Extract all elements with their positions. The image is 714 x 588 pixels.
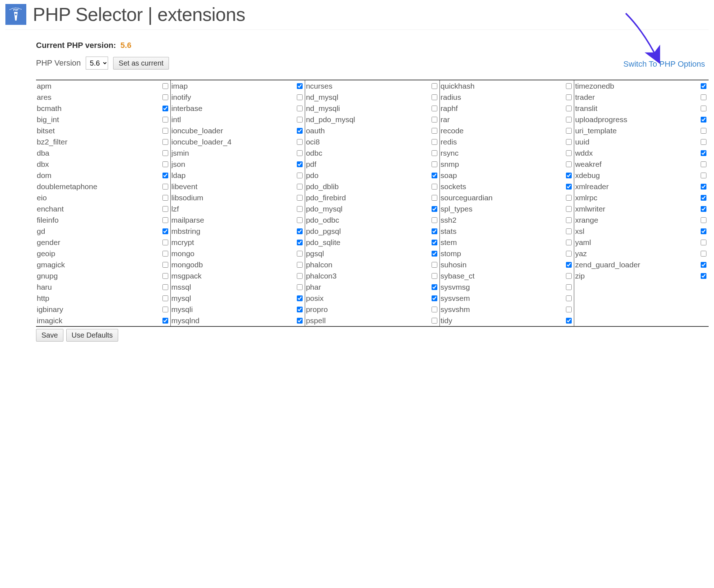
- extension-checkbox[interactable]: [297, 307, 303, 312]
- extension-checkbox[interactable]: [701, 106, 706, 111]
- extension-checkbox[interactable]: [701, 251, 706, 257]
- extension-checkbox[interactable]: [566, 228, 572, 234]
- extension-checkbox[interactable]: [162, 150, 168, 156]
- extension-checkbox[interactable]: [566, 307, 572, 312]
- extension-checkbox[interactable]: [297, 318, 303, 324]
- extension-checkbox[interactable]: [566, 173, 572, 178]
- extension-checkbox[interactable]: [297, 128, 303, 134]
- extension-checkbox[interactable]: [566, 251, 572, 257]
- extension-checkbox[interactable]: [162, 161, 168, 167]
- extension-checkbox[interactable]: [701, 173, 706, 178]
- extension-checkbox[interactable]: [162, 94, 168, 100]
- extension-checkbox[interactable]: [162, 217, 168, 223]
- extension-checkbox[interactable]: [432, 217, 437, 223]
- extension-checkbox[interactable]: [297, 284, 303, 290]
- extension-checkbox[interactable]: [701, 117, 706, 122]
- extension-checkbox[interactable]: [566, 83, 572, 89]
- extension-checkbox[interactable]: [297, 94, 303, 100]
- extension-checkbox[interactable]: [701, 128, 706, 134]
- extension-checkbox[interactable]: [162, 295, 168, 301]
- extension-checkbox[interactable]: [297, 106, 303, 111]
- extension-checkbox[interactable]: [297, 295, 303, 301]
- extension-checkbox[interactable]: [162, 173, 168, 178]
- extension-checkbox[interactable]: [566, 262, 572, 268]
- extension-checkbox[interactable]: [701, 94, 706, 100]
- extension-checkbox[interactable]: [297, 217, 303, 223]
- extension-checkbox[interactable]: [297, 184, 303, 190]
- extension-checkbox[interactable]: [162, 262, 168, 268]
- extension-checkbox[interactable]: [297, 240, 303, 245]
- extension-checkbox[interactable]: [432, 284, 437, 290]
- extension-checkbox[interactable]: [432, 295, 437, 301]
- extension-checkbox[interactable]: [297, 251, 303, 257]
- extension-checkbox[interactable]: [162, 318, 168, 324]
- extension-checkbox[interactable]: [297, 161, 303, 167]
- extension-checkbox[interactable]: [162, 83, 168, 89]
- extension-checkbox[interactable]: [297, 117, 303, 122]
- extension-checkbox[interactable]: [432, 262, 437, 268]
- extension-checkbox[interactable]: [432, 150, 437, 156]
- extension-checkbox[interactable]: [297, 195, 303, 201]
- extension-checkbox[interactable]: [297, 83, 303, 89]
- extension-checkbox[interactable]: [432, 173, 437, 178]
- extension-checkbox[interactable]: [162, 117, 168, 122]
- extension-checkbox[interactable]: [566, 128, 572, 134]
- extension-checkbox[interactable]: [566, 184, 572, 190]
- extension-checkbox[interactable]: [701, 240, 706, 245]
- extension-checkbox[interactable]: [162, 139, 168, 145]
- extension-checkbox[interactable]: [432, 273, 437, 279]
- extension-checkbox[interactable]: [432, 94, 437, 100]
- extension-checkbox[interactable]: [701, 150, 706, 156]
- extension-checkbox[interactable]: [162, 206, 168, 212]
- extension-checkbox[interactable]: [701, 217, 706, 223]
- extension-checkbox[interactable]: [701, 184, 706, 190]
- extension-checkbox[interactable]: [297, 206, 303, 212]
- use-defaults-button[interactable]: Use Defaults: [66, 329, 119, 342]
- extension-checkbox[interactable]: [432, 161, 437, 167]
- extension-checkbox[interactable]: [701, 161, 706, 167]
- extension-checkbox[interactable]: [432, 307, 437, 312]
- extension-checkbox[interactable]: [297, 228, 303, 234]
- extension-checkbox[interactable]: [701, 83, 706, 89]
- extension-checkbox[interactable]: [566, 295, 572, 301]
- extension-checkbox[interactable]: [432, 318, 437, 324]
- extension-checkbox[interactable]: [566, 150, 572, 156]
- extension-checkbox[interactable]: [566, 217, 572, 223]
- extension-checkbox[interactable]: [432, 139, 437, 145]
- extension-checkbox[interactable]: [432, 228, 437, 234]
- extension-checkbox[interactable]: [432, 195, 437, 201]
- extension-checkbox[interactable]: [162, 307, 168, 312]
- switch-options-link[interactable]: Switch To PHP Options: [623, 59, 705, 69]
- extension-checkbox[interactable]: [432, 240, 437, 245]
- extension-checkbox[interactable]: [566, 240, 572, 245]
- extension-checkbox[interactable]: [701, 206, 706, 212]
- extension-checkbox[interactable]: [432, 206, 437, 212]
- extension-checkbox[interactable]: [566, 94, 572, 100]
- extension-checkbox[interactable]: [297, 173, 303, 178]
- extension-checkbox[interactable]: [701, 262, 706, 268]
- extension-checkbox[interactable]: [162, 228, 168, 234]
- extension-checkbox[interactable]: [432, 128, 437, 134]
- extension-checkbox[interactable]: [566, 106, 572, 111]
- version-select[interactable]: 5.6: [86, 57, 108, 70]
- extension-checkbox[interactable]: [162, 106, 168, 111]
- extension-checkbox[interactable]: [162, 284, 168, 290]
- extension-checkbox[interactable]: [297, 262, 303, 268]
- extension-checkbox[interactable]: [566, 273, 572, 279]
- extension-checkbox[interactable]: [162, 128, 168, 134]
- set-as-current-button[interactable]: Set as current: [113, 57, 169, 70]
- extension-checkbox[interactable]: [162, 184, 168, 190]
- extension-checkbox[interactable]: [297, 139, 303, 145]
- extension-checkbox[interactable]: [566, 117, 572, 122]
- extension-checkbox[interactable]: [162, 251, 168, 257]
- save-button[interactable]: Save: [36, 329, 63, 342]
- extension-checkbox[interactable]: [566, 195, 572, 201]
- extension-checkbox[interactable]: [701, 228, 706, 234]
- extension-checkbox[interactable]: [432, 184, 437, 190]
- extension-checkbox[interactable]: [432, 83, 437, 89]
- extension-checkbox[interactable]: [297, 273, 303, 279]
- extension-checkbox[interactable]: [432, 251, 437, 257]
- extension-checkbox[interactable]: [162, 273, 168, 279]
- extension-checkbox[interactable]: [566, 318, 572, 324]
- extension-checkbox[interactable]: [432, 117, 437, 122]
